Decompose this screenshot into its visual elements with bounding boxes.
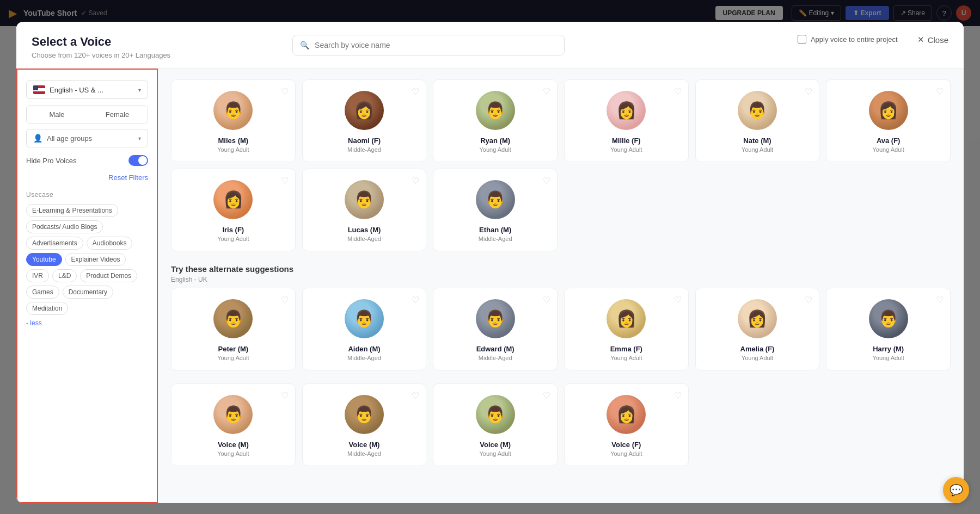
- usecase-tag[interactable]: E-Learning & Presentations: [26, 204, 118, 217]
- heart-button[interactable]: ♡: [674, 295, 682, 305]
- heart-button[interactable]: ♡: [412, 295, 419, 305]
- suggestions-header: Try these alternate suggestions English …: [171, 264, 951, 283]
- heart-button[interactable]: ♡: [412, 176, 419, 186]
- heart-button[interactable]: ♡: [543, 86, 550, 97]
- apply-voice-checkbox[interactable]: [798, 35, 806, 44]
- heart-button[interactable]: ♡: [674, 86, 682, 97]
- heart-button[interactable]: ♡: [281, 295, 289, 305]
- voice-card[interactable]: ♡ 👩 Millie (F) Young Adult: [564, 79, 689, 162]
- voice-card[interactable]: ♡ 👩 Ava (F) Young Adult: [826, 79, 951, 162]
- usecase-tag[interactable]: Youtube: [26, 253, 62, 266]
- age-group-label: All age groups: [47, 134, 92, 143]
- voice-name: Ryan (M): [480, 137, 510, 145]
- avatar-placeholder: 👨: [223, 406, 243, 423]
- age-group-selector[interactable]: 👤 All age groups ▾: [26, 129, 148, 147]
- modal-title-section: Select a Voice Choose from 120+ voices i…: [32, 35, 170, 59]
- heart-button[interactable]: ♡: [412, 391, 419, 401]
- voice-card[interactable]: ♡ 👨 Ethan (M) Middle-Aged: [433, 169, 558, 251]
- heart-button[interactable]: ♡: [281, 86, 289, 97]
- voice-card[interactable]: ♡ 👨 Lucas (M) Middle-Aged: [302, 169, 427, 251]
- voice-name: Naomi (F): [348, 137, 381, 145]
- heart-button[interactable]: ♡: [805, 86, 812, 97]
- voice-card[interactable]: ♡ 👩 Emma (F) Young Adult: [564, 288, 689, 370]
- avatar-placeholder: 👨: [747, 102, 767, 119]
- heart-button[interactable]: ♡: [543, 176, 550, 186]
- voice-card[interactable]: ♡ 👨 Nate (M) Young Adult: [695, 79, 820, 162]
- chevron-down-icon: ▾: [138, 135, 141, 141]
- voice-card[interactable]: ♡ 👨 Peter (M) Young Adult: [171, 288, 296, 370]
- voice-name: Nate (M): [743, 137, 771, 145]
- voice-card[interactable]: ♡ 👨 Voice (M) Young Adult: [433, 383, 558, 466]
- voice-age-label: Young Adult: [217, 450, 249, 457]
- usecase-label: Usecase: [26, 191, 148, 199]
- usecase-tag[interactable]: IVR: [26, 269, 49, 282]
- voice-avatar: 👩: [738, 299, 777, 338]
- avatar-placeholder: 👩: [616, 311, 636, 327]
- voice-card[interactable]: ♡ 👩 Amelia (F) Young Adult: [695, 288, 820, 370]
- reset-filters-section: Reset Filters: [26, 172, 148, 182]
- heart-button[interactable]: ♡: [936, 86, 944, 97]
- voice-avatar: 👩: [213, 180, 253, 219]
- hide-pro-voices-toggle[interactable]: [128, 155, 148, 166]
- search-input[interactable]: [292, 35, 565, 55]
- voice-card[interactable]: ♡ 👩 Naomi (F) Middle-Aged: [302, 79, 427, 162]
- voice-avatar: 👨: [869, 299, 908, 338]
- avatar-placeholder: 👨: [878, 311, 898, 327]
- heart-button[interactable]: ♡: [805, 295, 812, 305]
- voice-age-label: Young Adult: [610, 355, 642, 361]
- voice-card[interactable]: ♡ 👨 Voice (M) Young Adult: [171, 383, 296, 466]
- heart-button[interactable]: ♡: [543, 391, 550, 401]
- voice-card[interactable]: ♡ 👨 Harry (M) Young Adult: [826, 288, 951, 370]
- heart-button[interactable]: ♡: [543, 295, 550, 305]
- voice-age-label: Middle-Aged: [347, 236, 381, 242]
- voice-age-label: Young Adult: [610, 146, 642, 153]
- voice-avatar: 👨: [213, 91, 253, 130]
- usecase-tag[interactable]: Product Demos: [80, 269, 137, 282]
- usecase-tag[interactable]: Games: [26, 286, 59, 299]
- heart-button[interactable]: ♡: [281, 391, 289, 401]
- modal-header: Select a Voice Choose from 120+ voices i…: [16, 22, 964, 69]
- modal-body: English - US & ... ▾ Male Female 👤 All a…: [16, 69, 964, 503]
- search-icon: 🔍: [300, 41, 309, 49]
- usecase-tag[interactable]: Podcasts/ Audio Blogs: [26, 220, 103, 233]
- language-label: English - US & ...: [50, 86, 103, 94]
- heart-button[interactable]: ♡: [281, 176, 289, 186]
- usecase-tag[interactable]: Audiobooks: [87, 237, 133, 250]
- voice-name: Ethan (M): [479, 226, 511, 234]
- close-button[interactable]: ✕ Close: [917, 35, 948, 45]
- voice-card[interactable]: ♡ 👨 Voice (M) Middle-Aged: [302, 383, 427, 466]
- voice-card[interactable]: ♡ 👨 Ryan (M) Young Adult: [433, 79, 558, 162]
- usecase-tag[interactable]: Meditation: [26, 302, 68, 315]
- voice-avatar: 👩: [607, 395, 646, 434]
- show-less-button[interactable]: - less: [26, 319, 42, 327]
- usecase-tag[interactable]: L&D: [52, 269, 77, 282]
- voice-age-label: Middle-Aged: [347, 450, 381, 457]
- suggestions-language: English - UK: [171, 276, 951, 283]
- voice-card[interactable]: ♡ 👨 Miles (M) Young Adult: [171, 79, 296, 162]
- usecase-tag[interactable]: Advertisements: [26, 237, 83, 250]
- language-selector[interactable]: English - US & ... ▾: [26, 80, 148, 99]
- chat-support-button[interactable]: 💬: [943, 477, 969, 503]
- voice-name: Edward (M): [476, 345, 514, 353]
- voice-name: Millie (F): [612, 137, 641, 145]
- male-filter-button[interactable]: Male: [27, 106, 87, 123]
- avatar-placeholder: 👨: [485, 406, 505, 423]
- usecase-tag[interactable]: Documentary: [63, 286, 113, 299]
- voice-card[interactable]: ♡ 👩 Voice (F) Young Adult: [564, 383, 689, 466]
- heart-button[interactable]: ♡: [936, 295, 944, 305]
- voice-avatar: 👨: [476, 91, 515, 130]
- reset-filters-button[interactable]: Reset Filters: [108, 174, 148, 182]
- female-filter-button[interactable]: Female: [87, 106, 148, 123]
- voice-card[interactable]: ♡ 👩 Iris (F) Young Adult: [171, 169, 296, 251]
- voice-card[interactable]: ♡ 👨 Aiden (M) Middle-Aged: [302, 288, 427, 370]
- voice-avatar: 👨: [213, 299, 253, 338]
- search-container: 🔍: [292, 35, 565, 55]
- heart-button[interactable]: ♡: [674, 391, 682, 401]
- voice-card[interactable]: ♡ 👨 Edward (M) Middle-Aged: [433, 288, 558, 370]
- heart-button[interactable]: ♡: [412, 86, 419, 97]
- apply-voice-label: Apply voice to entire project: [811, 35, 898, 44]
- gender-filter: Male Female: [26, 106, 148, 123]
- voice-age-label: Young Adult: [217, 146, 249, 153]
- voice-name: Voice (M): [480, 441, 511, 449]
- usecase-tag[interactable]: Explainer Videos: [65, 253, 126, 266]
